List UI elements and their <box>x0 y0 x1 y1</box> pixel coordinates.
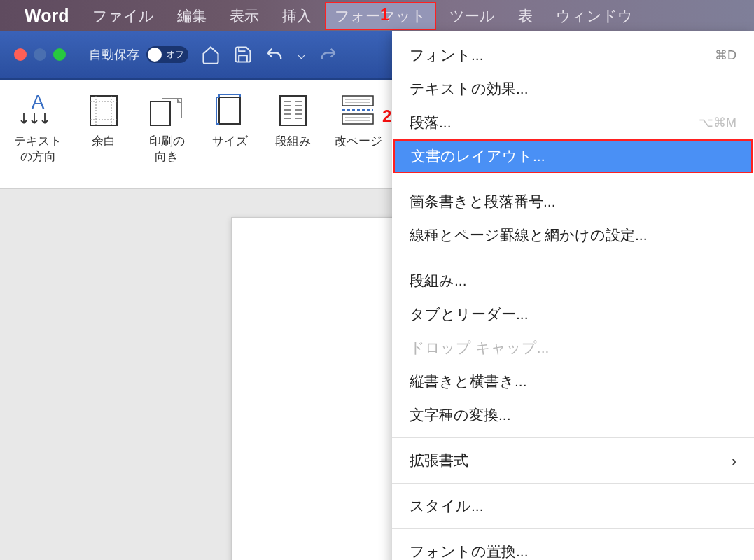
menu-table[interactable]: 表 <box>508 2 543 30</box>
ribbon-label: 印刷の 向き <box>149 134 185 164</box>
menu-separator <box>392 178 754 179</box>
svg-text:A: A <box>32 93 45 113</box>
menu-item-label: スタイル... <box>410 496 484 516</box>
menu-insert[interactable]: 挿入 <box>272 2 321 30</box>
size-icon <box>209 91 251 130</box>
annotation-2: 2 <box>382 106 391 126</box>
menu-bullets-numbering[interactable]: 箇条書きと段落番号... <box>392 185 754 218</box>
autosave-knob <box>148 48 162 62</box>
margins-icon <box>83 91 125 130</box>
menu-item-label: フォント... <box>410 46 484 65</box>
menu-tabs[interactable]: タブとリーダー... <box>392 298 754 331</box>
menu-item-label: 線種とページ罫線と網かけの設定... <box>410 225 648 245</box>
maximize-window-button[interactable] <box>53 48 66 61</box>
ribbon-label: 段組み <box>275 134 311 149</box>
menu-paragraph[interactable]: 段落... ⌥⌘M <box>392 106 754 139</box>
menu-columns[interactable]: 段組み... <box>392 264 754 298</box>
menu-shortcut: ⌘D <box>715 48 736 63</box>
text-direction-icon: A <box>17 91 59 130</box>
breaks-icon <box>337 91 379 130</box>
traffic-lights <box>14 48 66 61</box>
menu-item-label: 文字種の変換... <box>410 405 511 425</box>
svg-rect-1 <box>90 96 117 125</box>
menu-text-effects[interactable]: テキストの効果... <box>392 72 754 106</box>
menu-extended-formatting[interactable]: 拡張書式 › <box>392 444 754 477</box>
svg-rect-5 <box>342 96 373 106</box>
format-dropdown-menu: フォント... ⌘D テキストの効果... 段落... ⌥⌘M 文書のレイアウト… <box>392 31 754 560</box>
menu-separator <box>392 438 754 438</box>
home-icon[interactable] <box>201 45 221 64</box>
menu-separator <box>392 528 754 529</box>
menu-separator <box>392 483 754 484</box>
ribbon-breaks[interactable]: 改ページ <box>335 91 382 149</box>
menu-window[interactable]: ウィンドウ <box>546 2 643 30</box>
ribbon-text-direction[interactable]: A テキスト の方向 <box>14 91 62 164</box>
menu-item-label: 箇条書きと段落番号... <box>410 192 556 211</box>
minimize-window-button[interactable] <box>34 48 46 61</box>
columns-icon <box>272 91 314 130</box>
menu-drop-cap: ドロップ キャップ... <box>392 331 754 365</box>
save-icon[interactable] <box>233 45 253 64</box>
orientation-icon <box>146 91 188 130</box>
menu-document-layout[interactable]: 文書のレイアウト... <box>393 139 753 173</box>
ribbon-columns[interactable]: 段組み <box>272 91 314 149</box>
menu-item-label: タブとリーダー... <box>410 304 529 324</box>
menu-item-label: ドロップ キャップ... <box>410 338 549 358</box>
undo-icon[interactable] <box>265 45 285 64</box>
menu-view[interactable]: 表示 <box>220 2 269 30</box>
menu-shortcut: ⌥⌘M <box>699 115 736 130</box>
annotation-1: 1 <box>380 5 389 24</box>
ribbon-label: 余白 <box>92 134 116 149</box>
menu-file[interactable]: ファイル <box>83 2 164 30</box>
menu-font-substitution[interactable]: フォントの置換... <box>392 535 754 560</box>
ribbon-label: テキスト の方向 <box>14 134 62 164</box>
menu-item-label: 文書のレイアウト... <box>411 146 545 166</box>
svg-rect-2 <box>151 102 170 125</box>
menu-item-label: フォントの置換... <box>410 542 529 560</box>
macos-menubar: Word ファイル 編集 表示 挿入 フォーマット ツール 表 ウィンドウ <box>0 0 754 31</box>
menu-edit[interactable]: 編集 <box>167 2 216 30</box>
ribbon-label: 改ページ <box>335 134 382 149</box>
autosave-state: オフ <box>166 48 184 61</box>
undo-dropdown-icon[interactable]: ⌵ <box>298 47 305 62</box>
menu-tools[interactable]: ツール <box>440 2 505 30</box>
ribbon-margins[interactable]: 余白 <box>83 91 125 149</box>
autosave-label: 自動保存 <box>89 46 139 63</box>
svg-rect-6 <box>342 114 373 124</box>
menu-item-label: 段落... <box>410 113 452 132</box>
menu-item-label: テキストの効果... <box>410 79 529 99</box>
menu-borders-shading[interactable]: 線種とページ罫線と網かけの設定... <box>392 218 754 252</box>
autosave-control: 自動保存 オフ <box>89 46 188 63</box>
menu-separator <box>392 258 754 258</box>
menu-item-label: 段組み... <box>410 271 467 290</box>
redo-icon[interactable] <box>318 45 337 64</box>
ribbon-label: サイズ <box>212 134 248 149</box>
ribbon-orientation[interactable]: 印刷の 向き <box>146 91 188 164</box>
ribbon-size[interactable]: サイズ <box>209 91 251 149</box>
app-name[interactable]: Word <box>25 6 69 26</box>
menu-text-direction[interactable]: 縦書きと横書き... <box>392 365 754 398</box>
menu-change-case[interactable]: 文字種の変換... <box>392 398 754 432</box>
menu-item-label: 縦書きと横書き... <box>410 372 527 391</box>
menu-item-label: 拡張書式 <box>410 451 468 470</box>
autosave-toggle[interactable]: オフ <box>146 46 188 63</box>
svg-rect-3 <box>219 97 240 124</box>
menu-style[interactable]: スタイル... <box>392 489 754 523</box>
chevron-right-icon: › <box>732 453 736 469</box>
close-window-button[interactable] <box>14 48 27 61</box>
menu-font[interactable]: フォント... ⌘D <box>392 38 754 72</box>
